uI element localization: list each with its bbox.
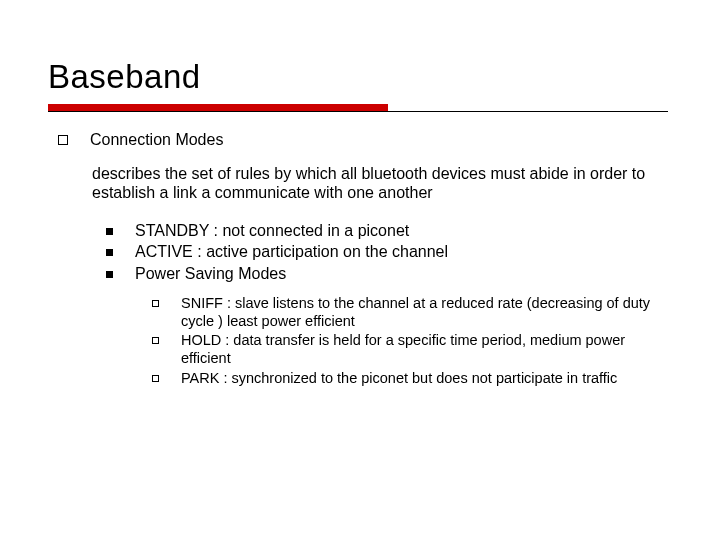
list-item: SNIFF : slave listens to the channel at …	[152, 295, 672, 330]
list-item: Power Saving Modes	[106, 264, 672, 284]
square-filled-bullet-icon	[106, 271, 113, 278]
item-text: SNIFF : slave listens to the channel at …	[181, 295, 661, 330]
list-item: HOLD : data transfer is held for a speci…	[152, 332, 672, 367]
list-item: STANDBY : not connected in a piconet	[106, 221, 672, 241]
square-open-bullet-icon	[152, 337, 159, 344]
title-rule-thin	[48, 111, 668, 112]
square-filled-bullet-icon	[106, 228, 113, 235]
item-text: Power Saving Modes	[135, 264, 286, 284]
list-item: Connection Modes	[58, 130, 672, 150]
slide-content: Connection Modes describes the set of ru…	[48, 130, 672, 388]
square-open-bullet-icon	[58, 135, 68, 145]
item-text: HOLD : data transfer is held for a speci…	[181, 332, 661, 367]
item-text: ACTIVE : active participation on the cha…	[135, 242, 448, 262]
level3-list: SNIFF : slave listens to the channel at …	[152, 295, 672, 387]
level2-list: STANDBY : not connected in a piconet ACT…	[106, 221, 672, 284]
item-text: STANDBY : not connected in a piconet	[135, 221, 409, 241]
square-open-bullet-icon	[152, 300, 159, 307]
title-rule-red	[48, 104, 388, 111]
slide-title: Baseband	[48, 58, 672, 96]
list-item: PARK : synchronized to the piconet but d…	[152, 370, 672, 388]
square-open-bullet-icon	[152, 375, 159, 382]
section-heading: Connection Modes	[90, 130, 223, 150]
section-description: describes the set of rules by which all …	[92, 164, 652, 203]
item-text: PARK : synchronized to the piconet but d…	[181, 370, 617, 388]
square-filled-bullet-icon	[106, 249, 113, 256]
list-item: ACTIVE : active participation on the cha…	[106, 242, 672, 262]
